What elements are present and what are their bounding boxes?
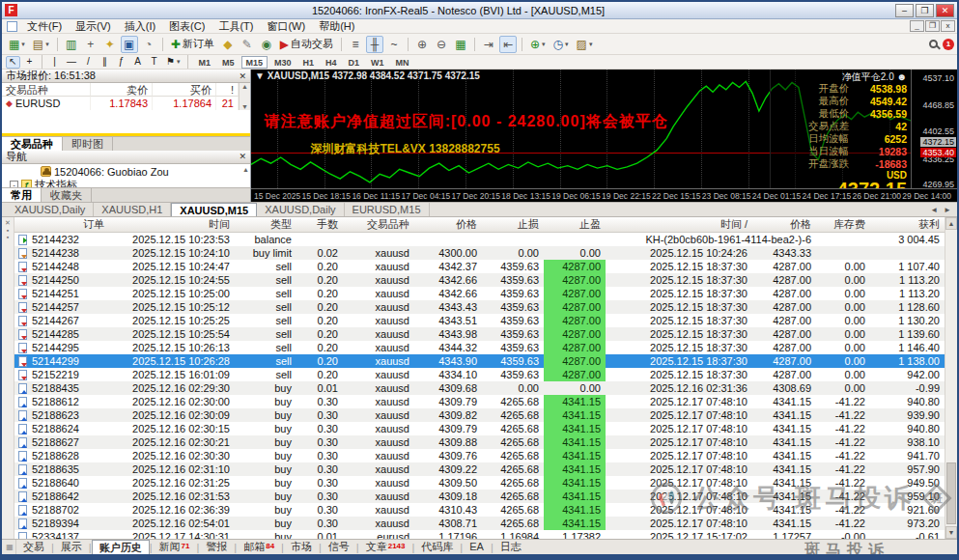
toolbar-arrow-objects-button[interactable]: ⚑▾ (163, 56, 183, 69)
toolbar-toolbox-button[interactable]: ▣ (121, 36, 138, 53)
order-row[interactable]: 521442852025.12.15 10:25:54sell0.20xauus… (14, 327, 945, 341)
orders-column-header[interactable]: 类型 (235, 217, 296, 232)
symbol-row[interactable]: ◆EURUSD (2, 97, 91, 110)
toolbar-horizontal-line-button[interactable]: — (64, 56, 79, 69)
toolbox-tab-账户历史[interactable]: 账户历史 (92, 540, 150, 554)
toolbar-navigator-button[interactable]: ✦ (101, 36, 119, 53)
order-row[interactable]: 521442572025.12.15 10:25:12sell0.20xauus… (14, 300, 945, 314)
toolbox-tab-文章[interactable]: 文章2143 (359, 540, 412, 554)
search-icon[interactable] (929, 40, 938, 48)
toolbox-tab-信号[interactable]: 信号 (322, 540, 356, 554)
toolbar-new-order-button[interactable]: ✚新订单 (168, 36, 217, 53)
toolbox-tab-展示[interactable]: 展示 (54, 540, 89, 554)
toolbar-chart-candles-button[interactable]: ╫ (366, 36, 383, 53)
price-axis[interactable]: 4537.104468.854402.554336.254269.954372.… (911, 70, 957, 188)
toolbar-indicators-button[interactable]: ⊕▾ (527, 36, 549, 53)
orders-column-header[interactable]: 止损 (482, 217, 544, 232)
toolbar-chart-shift-button[interactable]: ⇤ (499, 36, 517, 53)
scrollbar-up-icon[interactable]: ▲ (945, 217, 957, 230)
navigator-tab[interactable]: 常用 (2, 188, 42, 202)
toolbar-new-chart-button[interactable]: ▦▾ (6, 36, 28, 53)
menu-t[interactable]: 工具(T) (212, 19, 260, 34)
toolbar-market-watch-button[interactable]: ▥ (63, 36, 80, 53)
menu-v[interactable]: 显示(V) (69, 19, 118, 34)
navigator-item[interactable]: 15204066: Guobiao Zou (2, 165, 250, 179)
toolbar-chart-bars-button[interactable]: ≡ (347, 36, 364, 53)
orders-column-header[interactable]: 交易品种 (343, 217, 414, 232)
restore-button[interactable]: ❐ (916, 4, 934, 17)
toolbar-tile-windows-button[interactable]: ▦ (452, 36, 469, 53)
navigator-item[interactable]: -ƒ技术指标 (2, 179, 250, 188)
market-watch-column-header[interactable]: 交易品种 (2, 83, 91, 97)
toolbar-cursor-button[interactable]: ↖ (6, 56, 20, 69)
tree-expander-icon[interactable]: - (10, 181, 18, 187)
order-row[interactable]: 521884352025.12.16 02:29:30buy0.01xauusd… (14, 381, 945, 395)
toolbar-zoom-out-button[interactable]: ⊖ (433, 36, 450, 53)
timeframe-h1-button[interactable]: H1 (298, 56, 320, 69)
chart-tab-eurusd-m15[interactable]: EURUSD,M15 (345, 203, 430, 216)
menu-c[interactable]: 图表(C) (162, 19, 212, 34)
order-row[interactable]: 521886232025.12.16 02:30:09buy0.30xauusd… (14, 408, 945, 422)
toolbar-trendline-button[interactable]: / (81, 56, 96, 69)
order-row[interactable]: 521442672025.12.15 10:25:25sell0.20xauus… (14, 314, 945, 327)
order-row[interactable]: 521887022025.12.16 02:36:39buy0.30xauusd… (14, 503, 945, 517)
toolbar-profiles-button[interactable]: ▤▾ (30, 36, 52, 53)
toolbar-auto-scroll-button[interactable]: ⇥ (480, 36, 497, 53)
order-row[interactable]: 521522192025.12.15 16:01:09sell0.20xauus… (14, 368, 945, 381)
navigator-tab[interactable]: 收藏夹 (42, 188, 92, 202)
orders-column-header[interactable]: 时间 (109, 217, 235, 232)
minimize-button[interactable]: – (895, 4, 914, 17)
menu-i[interactable]: 插入(I) (118, 19, 162, 34)
scrollbar-thumb[interactable] (946, 462, 956, 524)
market-watch-column-header[interactable]: 卖价 (91, 83, 153, 97)
timeframe-m5-button[interactable]: M5 (217, 56, 240, 69)
toolbox-tab-市场[interactable]: 市场 (284, 540, 319, 554)
order-row[interactable]: 521442992025.12.15 10:26:28sell0.20xauus… (14, 354, 945, 368)
order-row[interactable]: 521442322025.12.15 10:23:53balanceKH-(2b… (14, 233, 945, 246)
timeframe-m1-button[interactable]: M1 (193, 56, 215, 69)
timeframe-m30-button[interactable]: M30 (269, 56, 296, 69)
mdi-close-button[interactable]: x (941, 20, 955, 32)
scroll-up-icon[interactable]: ▲ (242, 166, 249, 173)
toolbar-autotrading-button[interactable]: ▶自动交易 (277, 36, 336, 53)
toolbar-zoom-in-button[interactable]: ⊕ (413, 36, 431, 53)
orders-column-header[interactable]: 价格 (752, 217, 816, 232)
order-row[interactable]: 521442512025.12.15 10:25:00sell0.20xauus… (14, 287, 945, 300)
order-row[interactable]: 521886422025.12.16 02:31:53buy0.30xauusd… (14, 490, 945, 503)
chart-tab-xauusd-h1[interactable]: XAUUSD,H1 (94, 203, 171, 216)
market-watch-tab[interactable]: 即时图 (63, 137, 113, 151)
timeframe-mn-button[interactable]: MN (391, 56, 414, 69)
close-button[interactable]: ✕ (936, 4, 954, 17)
timeframe-d1-button[interactable]: D1 (344, 56, 365, 69)
menu-h[interactable]: 帮助(H) (312, 19, 361, 34)
toolbar-crosshair-button[interactable]: + (22, 56, 37, 69)
order-row[interactable]: 521442482025.12.15 10:24:47sell0.20xauus… (14, 260, 945, 273)
order-row[interactable]: 521893942025.12.16 02:54:01buy0.30xauusd… (14, 517, 945, 530)
toolbar-strategy-tester-button[interactable]: ◔ (140, 36, 157, 53)
market-watch-tab[interactable]: 交易品种 (2, 137, 63, 151)
toolbox-tab-新闻[interactable]: 新闻71 (153, 540, 197, 554)
toolbar-fibonacci-button[interactable]: ƒ (114, 56, 128, 69)
mdi-restore-button[interactable]: ❐ (925, 20, 940, 32)
chart-tab-xauusd-daily[interactable]: XAUUSD,Daily (7, 203, 94, 216)
navigator-close-icon[interactable]: ✕ (239, 152, 246, 161)
toolbar-text-box-button[interactable]: T (147, 56, 161, 69)
timeframe-h4-button[interactable]: H4 (321, 56, 342, 69)
orders-column-header[interactable]: 时间 / (606, 217, 752, 232)
market-watch-close-icon[interactable]: ✕ (239, 71, 246, 81)
toolbox-tab-代码库[interactable]: 代码库 (414, 540, 460, 554)
scrollbar-down-icon[interactable]: ▼ (945, 526, 957, 539)
orders-column-header[interactable]: 手数 (296, 217, 343, 232)
order-row[interactable]: 521442952025.12.15 10:26:13sell0.20xauus… (14, 341, 945, 354)
toolbar-metaeditor-button[interactable]: ✎ (239, 36, 256, 53)
toolbar-expert-advisors-button[interactable]: ◆ (219, 36, 237, 53)
timeframe-w1-button[interactable]: W1 (366, 56, 389, 69)
mdi-minimize-button[interactable]: _ (910, 20, 924, 32)
time-axis[interactable]: 15 Dec 202515 Dec 18:1516 Dec 11:1517 De… (251, 188, 957, 202)
order-row[interactable]: 521886122025.12.16 02:30:00buy0.30xauusd… (14, 395, 945, 408)
orders-header-row[interactable]: 订单时间类型手数交易品种价格止损止盈时间 /价格库存费获利 (14, 217, 945, 233)
toolbar-text-label-button[interactable]: A (130, 56, 145, 69)
market-watch-column-header[interactable]: ! (216, 83, 239, 97)
market-watch-column-header[interactable]: 买价 (153, 83, 216, 97)
orders-scrollbar[interactable]: ▲ ▼ (945, 217, 957, 539)
